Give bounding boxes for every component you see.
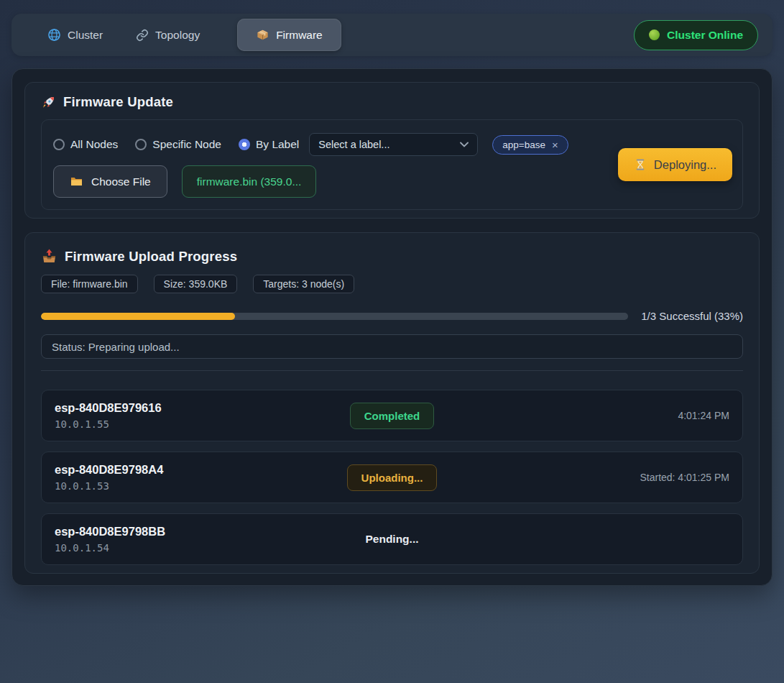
cluster-status-badge: Cluster Online [634,20,758,50]
radio-by-label[interactable]: By Label [239,138,299,151]
green-dot-icon [649,29,660,40]
upload-meta-row: File: firmware.bin Size: 359.0KB Targets… [41,275,743,293]
firmware-update-title: Firmware Update [41,94,743,110]
hourglass-icon [634,158,647,171]
tab-label: Topology [155,29,200,42]
label-tag-text: app=base [502,139,545,150]
rocket-icon [41,95,56,110]
folder-icon [70,175,83,188]
node-ip: 10.0.1.55 [55,418,292,430]
status-badge: Completed [350,403,435,429]
firmware-update-card: Firmware Update All Nodes Specific Node … [24,82,760,219]
selected-file-chip[interactable]: firmware.bin (359.0... [182,165,317,198]
radio-label: All Nodes [70,138,118,151]
node-name: esp-840D8E9798BB [55,525,292,538]
node-ip: 10.0.1.53 [55,480,292,492]
label-select-placeholder: Select a label... [318,139,389,150]
node-row: esp-840D8E9798BB 10.0.1.54 Pending... [41,513,743,565]
status-line-text: Status: Preparing upload... [52,341,180,353]
package-icon [256,28,269,42]
node-status-cell: Pending... [292,526,491,552]
tab-cluster[interactable]: Cluster [36,21,114,49]
cluster-status-label: Cluster Online [667,29,743,42]
node-row: esp-840D8E9798A4 10.0.1.53 Uploading... … [41,451,743,503]
file-name-badge: File: firmware.bin [41,275,138,293]
upload-progress-card: Firmware Upload Progress File: firmware.… [24,232,760,574]
tab-topology[interactable]: Topology [124,22,211,49]
file-size-badge: Size: 359.0KB [154,275,238,293]
node-info: esp-840D8E9798BB 10.0.1.54 [55,525,292,554]
progress-fill [41,313,235,320]
upload-tray-icon [41,248,57,265]
status-line: Status: Preparing upload... [41,334,743,359]
radio-circle[interactable] [135,139,147,150]
radio-label: Specific Node [152,138,221,151]
deploy-button-label: Deploying... [654,158,716,172]
node-status-cell: Completed [292,403,491,429]
node-info: esp-840D8E9798A4 10.0.1.53 [55,463,292,492]
choose-file-label: Choose File [91,175,151,188]
tab-label: Cluster [68,29,103,42]
node-info: esp-840D8E979616 10.0.1.55 [55,401,292,430]
label-select[interactable]: Select a label... [309,133,478,156]
status-badge: Pending... [365,526,418,552]
radio-circle[interactable] [239,139,250,150]
radio-specific-node[interactable]: Specific Node [135,138,221,151]
selected-file-label: firmware.bin (359.0... [197,175,302,188]
node-list: esp-840D8E979616 10.0.1.55 Completed 4:0… [41,390,743,565]
node-status-cell: Uploading... [292,464,491,491]
remove-tag-button[interactable]: × [552,139,558,151]
node-time: Started: 4:01:25 PM [492,472,729,483]
node-row: esp-840D8E979616 10.0.1.55 Completed 4:0… [41,390,743,441]
progress-row: 1/3 Successful (33%) [41,310,743,322]
progress-bar [41,313,628,320]
chevron-down-icon [460,142,469,147]
top-nav: Cluster Topology Firmware Cluster Online [11,14,773,56]
update-form: All Nodes Specific Node By Label Select … [41,119,743,210]
radio-label: By Label [256,138,299,151]
node-time: 4:01:24 PM [492,410,729,421]
card-title-text: Firmware Update [63,94,173,110]
targets-badge: Targets: 3 node(s) [253,275,354,293]
card-title-text: Firmware Upload Progress [65,249,237,265]
divider [41,370,743,371]
node-name: esp-840D8E9798A4 [55,463,292,477]
page: Cluster Topology Firmware Cluster Online [0,0,784,683]
globe-icon [47,28,61,42]
label-tag: app=base × [492,135,568,155]
tab-label: Firmware [276,29,323,42]
node-name: esp-840D8E979616 [55,401,292,415]
choose-file-button[interactable]: Choose File [53,165,167,198]
deploy-button[interactable]: Deploying... [618,148,732,181]
status-badge: Uploading... [347,464,438,491]
progress-label: 1/3 Successful (33%) [641,310,743,322]
tab-firmware[interactable]: Firmware [237,19,341,51]
link-icon [136,29,149,42]
main-panel: Firmware Update All Nodes Specific Node … [11,68,773,586]
node-ip: 10.0.1.54 [55,542,292,554]
upload-progress-title: Firmware Upload Progress [41,248,743,265]
radio-all-nodes[interactable]: All Nodes [53,138,118,151]
radio-circle[interactable] [53,139,65,150]
